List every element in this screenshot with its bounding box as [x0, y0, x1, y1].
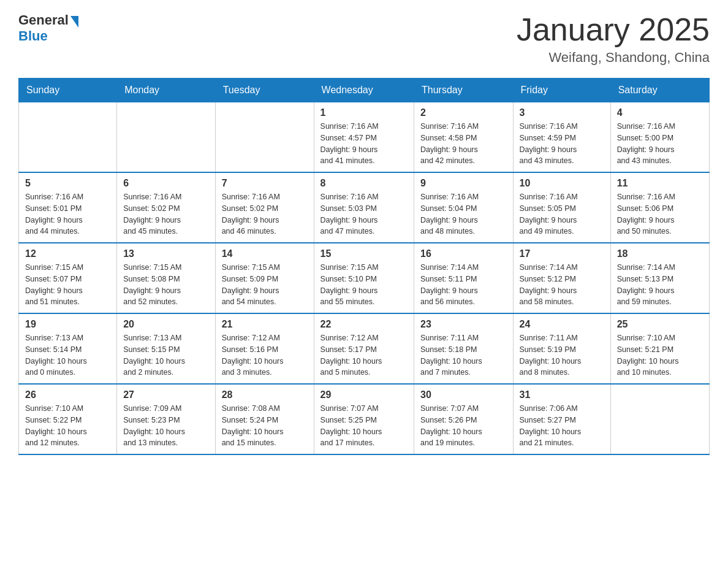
day-number: 22: [320, 319, 408, 330]
calendar-cell-w4d1: 19Sunrise: 7:13 AM Sunset: 5:14 PM Dayli…: [19, 313, 117, 384]
header-thursday: Thursday: [414, 79, 513, 102]
calendar-cell-w4d3: 21Sunrise: 7:12 AM Sunset: 5:16 PM Dayli…: [215, 313, 314, 384]
day-info: Sunrise: 7:08 AM Sunset: 5:24 PM Dayligh…: [222, 403, 308, 449]
title-block: January 2025 Weifang, Shandong, China: [517, 12, 710, 66]
day-number: 16: [420, 248, 507, 259]
page-header: General Blue January 2025 Weifang, Shand…: [18, 12, 710, 66]
day-number: 28: [222, 389, 308, 400]
calendar-cell-w4d4: 22Sunrise: 7:12 AM Sunset: 5:17 PM Dayli…: [314, 313, 414, 384]
calendar-cell-w3d4: 15Sunrise: 7:15 AM Sunset: 5:10 PM Dayli…: [314, 243, 414, 313]
calendar-cell-w2d4: 8Sunrise: 7:16 AM Sunset: 5:03 PM Daylig…: [314, 172, 414, 243]
day-number: 2: [420, 107, 507, 118]
day-number: 1: [320, 107, 408, 118]
day-number: 5: [25, 178, 110, 189]
day-number: 6: [123, 178, 208, 189]
day-number: 23: [420, 319, 507, 330]
day-number: 21: [222, 319, 308, 330]
week-row-1: 1Sunrise: 7:16 AM Sunset: 4:57 PM Daylig…: [19, 102, 710, 173]
day-number: 27: [123, 389, 208, 400]
day-info: Sunrise: 7:16 AM Sunset: 5:01 PM Dayligh…: [25, 191, 110, 237]
week-row-5: 26Sunrise: 7:10 AM Sunset: 5:22 PM Dayli…: [19, 384, 710, 454]
day-info: Sunrise: 7:15 AM Sunset: 5:09 PM Dayligh…: [222, 262, 308, 308]
day-info: Sunrise: 7:06 AM Sunset: 5:27 PM Dayligh…: [520, 403, 604, 449]
day-number: 13: [123, 248, 208, 259]
day-info: Sunrise: 7:16 AM Sunset: 4:59 PM Dayligh…: [520, 121, 604, 167]
day-info: Sunrise: 7:07 AM Sunset: 5:26 PM Dayligh…: [420, 403, 507, 449]
day-number: 8: [320, 178, 408, 189]
calendar-cell-w1d4: 1Sunrise: 7:16 AM Sunset: 4:57 PM Daylig…: [314, 102, 414, 173]
calendar-cell-w1d5: 2Sunrise: 7:16 AM Sunset: 4:58 PM Daylig…: [414, 102, 513, 173]
calendar-table: SundayMondayTuesdayWednesdayThursdayFrid…: [18, 78, 710, 455]
day-number: 24: [520, 319, 604, 330]
calendar-cell-w3d3: 14Sunrise: 7:15 AM Sunset: 5:09 PM Dayli…: [215, 243, 314, 313]
day-info: Sunrise: 7:15 AM Sunset: 5:07 PM Dayligh…: [25, 262, 110, 308]
day-info: Sunrise: 7:13 AM Sunset: 5:15 PM Dayligh…: [123, 332, 208, 378]
day-info: Sunrise: 7:16 AM Sunset: 5:02 PM Dayligh…: [123, 191, 208, 237]
calendar-cell-w3d6: 17Sunrise: 7:14 AM Sunset: 5:12 PM Dayli…: [513, 243, 610, 313]
day-info: Sunrise: 7:11 AM Sunset: 5:19 PM Dayligh…: [520, 332, 604, 378]
calendar-cell-w4d5: 23Sunrise: 7:11 AM Sunset: 5:18 PM Dayli…: [414, 313, 513, 384]
day-info: Sunrise: 7:12 AM Sunset: 5:16 PM Dayligh…: [222, 332, 308, 378]
day-number: 29: [320, 389, 408, 400]
day-info: Sunrise: 7:11 AM Sunset: 5:18 PM Dayligh…: [420, 332, 507, 378]
calendar-cell-w1d7: 4Sunrise: 7:16 AM Sunset: 5:00 PM Daylig…: [610, 102, 709, 173]
calendar-cell-w4d6: 24Sunrise: 7:11 AM Sunset: 5:19 PM Dayli…: [513, 313, 610, 384]
day-number: 10: [520, 178, 604, 189]
day-number: 20: [123, 319, 208, 330]
calendar-cell-w2d7: 11Sunrise: 7:16 AM Sunset: 5:06 PM Dayli…: [610, 172, 709, 243]
calendar-cell-w5d1: 26Sunrise: 7:10 AM Sunset: 5:22 PM Dayli…: [19, 384, 117, 454]
calendar-cell-w2d2: 6Sunrise: 7:16 AM Sunset: 5:02 PM Daylig…: [117, 172, 215, 243]
day-info: Sunrise: 7:10 AM Sunset: 5:21 PM Dayligh…: [617, 332, 703, 378]
day-number: 30: [420, 389, 507, 400]
day-info: Sunrise: 7:16 AM Sunset: 4:58 PM Dayligh…: [420, 121, 507, 167]
calendar-cell-w2d6: 10Sunrise: 7:16 AM Sunset: 5:05 PM Dayli…: [513, 172, 610, 243]
day-info: Sunrise: 7:09 AM Sunset: 5:23 PM Dayligh…: [123, 403, 208, 449]
calendar-cell-w1d6: 3Sunrise: 7:16 AM Sunset: 4:59 PM Daylig…: [513, 102, 610, 173]
day-number: 12: [25, 248, 110, 259]
day-number: 17: [520, 248, 604, 259]
calendar-cell-w2d1: 5Sunrise: 7:16 AM Sunset: 5:01 PM Daylig…: [19, 172, 117, 243]
day-info: Sunrise: 7:16 AM Sunset: 5:05 PM Dayligh…: [520, 191, 604, 237]
day-number: 7: [222, 178, 308, 189]
logo-blue: Blue: [18, 28, 48, 44]
day-info: Sunrise: 7:14 AM Sunset: 5:13 PM Dayligh…: [617, 262, 703, 308]
header-friday: Friday: [513, 79, 610, 102]
day-info: Sunrise: 7:10 AM Sunset: 5:22 PM Dayligh…: [25, 403, 110, 449]
calendar-cell-w5d3: 28Sunrise: 7:08 AM Sunset: 5:24 PM Dayli…: [215, 384, 314, 454]
calendar-header: SundayMondayTuesdayWednesdayThursdayFrid…: [19, 79, 710, 102]
day-info: Sunrise: 7:14 AM Sunset: 5:11 PM Dayligh…: [420, 262, 507, 308]
calendar-cell-w3d2: 13Sunrise: 7:15 AM Sunset: 5:08 PM Dayli…: [117, 243, 215, 313]
day-info: Sunrise: 7:16 AM Sunset: 5:02 PM Dayligh…: [222, 191, 308, 237]
day-info: Sunrise: 7:07 AM Sunset: 5:25 PM Dayligh…: [320, 403, 408, 449]
calendar-cell-w5d5: 30Sunrise: 7:07 AM Sunset: 5:26 PM Dayli…: [414, 384, 513, 454]
calendar-title: January 2025: [517, 12, 710, 47]
header-sunday: Sunday: [19, 79, 117, 102]
logo-triangle-icon: [70, 16, 78, 28]
day-number: 11: [617, 178, 703, 189]
day-number: 3: [520, 107, 604, 118]
day-number: 15: [320, 248, 408, 259]
calendar-cell-w5d6: 31Sunrise: 7:06 AM Sunset: 5:27 PM Dayli…: [513, 384, 610, 454]
week-row-2: 5Sunrise: 7:16 AM Sunset: 5:01 PM Daylig…: [19, 172, 710, 243]
header-monday: Monday: [117, 79, 215, 102]
day-info: Sunrise: 7:15 AM Sunset: 5:08 PM Dayligh…: [123, 262, 208, 308]
day-info: Sunrise: 7:15 AM Sunset: 5:10 PM Dayligh…: [320, 262, 408, 308]
day-number: 31: [520, 389, 604, 400]
logo-general: General: [18, 12, 69, 28]
day-info: Sunrise: 7:14 AM Sunset: 5:12 PM Dayligh…: [520, 262, 604, 308]
calendar-cell-w5d4: 29Sunrise: 7:07 AM Sunset: 5:25 PM Dayli…: [314, 384, 414, 454]
day-number: 25: [617, 319, 703, 330]
calendar-cell-w5d7: [610, 384, 709, 454]
calendar-cell-w3d1: 12Sunrise: 7:15 AM Sunset: 5:07 PM Dayli…: [19, 243, 117, 313]
day-number: 19: [25, 319, 110, 330]
day-number: 9: [420, 178, 507, 189]
calendar-cell-w2d3: 7Sunrise: 7:16 AM Sunset: 5:02 PM Daylig…: [215, 172, 314, 243]
day-number: 4: [617, 107, 703, 118]
calendar-cell-w3d7: 18Sunrise: 7:14 AM Sunset: 5:13 PM Dayli…: [610, 243, 709, 313]
calendar-cell-w4d7: 25Sunrise: 7:10 AM Sunset: 5:21 PM Dayli…: [610, 313, 709, 384]
header-tuesday: Tuesday: [215, 79, 314, 102]
week-row-4: 19Sunrise: 7:13 AM Sunset: 5:14 PM Dayli…: [19, 313, 710, 384]
calendar-cell-w5d2: 27Sunrise: 7:09 AM Sunset: 5:23 PM Dayli…: [117, 384, 215, 454]
calendar-cell-w4d2: 20Sunrise: 7:13 AM Sunset: 5:15 PM Dayli…: [117, 313, 215, 384]
day-number: 18: [617, 248, 703, 259]
